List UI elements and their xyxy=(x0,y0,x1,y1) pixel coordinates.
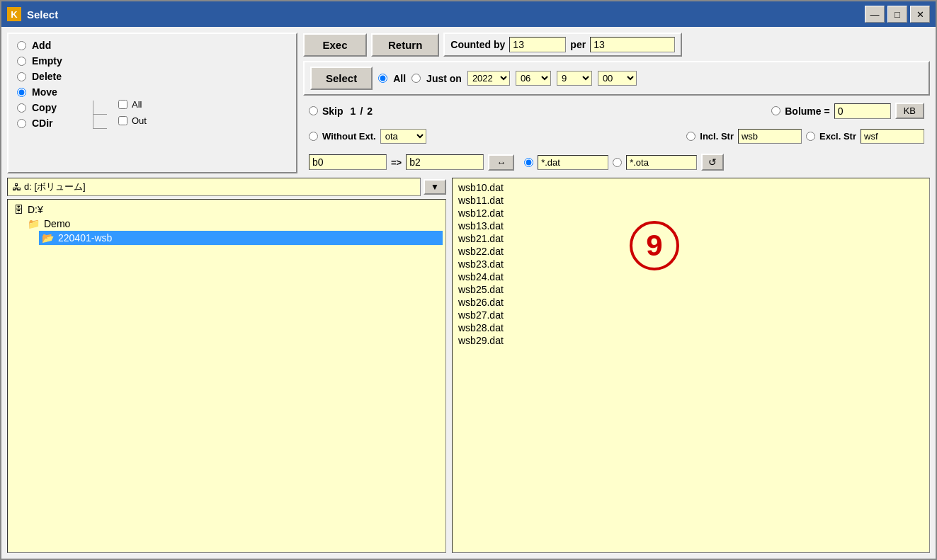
label-move: Move xyxy=(32,86,81,98)
drive-icon: 🖧 xyxy=(12,182,21,193)
counted-by-input[interactable] xyxy=(509,37,566,52)
folder-item-220401[interactable]: 📂 220401-wsb xyxy=(39,231,443,245)
title-bar: K Select — □ ✕ xyxy=(1,1,936,27)
close-button[interactable]: ✕ xyxy=(910,6,930,23)
bolume-input[interactable] xyxy=(834,103,891,119)
radio-incl-str[interactable] xyxy=(686,132,695,141)
ext-str-row: Without Ext. ota Incl. Str Excl. Str xyxy=(303,126,930,147)
radio-filter2[interactable] xyxy=(613,158,622,167)
file-item[interactable]: wsb23.dat xyxy=(458,258,924,270)
label-all: All xyxy=(132,99,142,110)
radio-copy-row: Copy xyxy=(17,102,81,113)
radio-add[interactable] xyxy=(17,41,26,50)
title-bar-controls: — □ ✕ xyxy=(865,6,930,23)
file-item[interactable]: wsb13.dat xyxy=(458,219,924,232)
path-from-input[interactable] xyxy=(309,154,387,170)
radio-delete[interactable] xyxy=(17,72,26,81)
file-item[interactable]: wsb12.dat xyxy=(458,207,924,219)
select-row: Select All Just on 2022 06 9 00 xyxy=(303,61,930,96)
per-input[interactable] xyxy=(590,37,675,52)
incl-str-input[interactable] xyxy=(738,129,802,144)
file-item[interactable]: wsb21.dat xyxy=(458,232,924,245)
radio-empty[interactable] xyxy=(17,57,26,66)
checkbox-out[interactable] xyxy=(118,116,127,125)
drive-dropdown-btn[interactable]: ▼ xyxy=(424,179,446,195)
radio-options: Add Empty Delete Move xyxy=(17,40,81,129)
skip-label: Skip xyxy=(322,105,343,117)
file-item[interactable]: wsb29.dat xyxy=(458,334,924,347)
filter1-input[interactable] xyxy=(538,155,608,170)
checkbox-all-row: All xyxy=(118,99,147,110)
radio-copy[interactable] xyxy=(17,103,26,113)
hour-dropdown[interactable]: 00 xyxy=(598,71,637,86)
radio-cdir-row: CDir xyxy=(17,118,81,129)
radio-excl-str[interactable] xyxy=(806,132,815,141)
select-button[interactable]: Select xyxy=(310,67,373,90)
filter2-input[interactable] xyxy=(626,155,697,170)
file-item[interactable]: wsb25.dat xyxy=(458,283,924,296)
path-to-input[interactable] xyxy=(406,154,484,170)
month-dropdown[interactable]: 06 xyxy=(516,71,551,86)
counted-group: Counted by per xyxy=(443,33,682,57)
radio-bolume[interactable] xyxy=(771,106,780,115)
top-controls-row: Exec Return Counted by per xyxy=(303,33,930,57)
file-item[interactable]: wsb22.dat xyxy=(458,245,924,258)
return-button[interactable]: Return xyxy=(371,33,439,57)
folder-panel: 🖧 d: [ボリューム] ▼ 🗄 D:¥ 📁 Demo xyxy=(7,178,446,553)
excl-str-input[interactable] xyxy=(861,129,924,144)
refresh-button[interactable]: ↺ xyxy=(701,154,724,171)
left-panel: Add Empty Delete Move xyxy=(7,33,297,173)
minimize-button[interactable]: — xyxy=(865,6,885,23)
day-dropdown[interactable]: 9 xyxy=(557,71,592,86)
radio-cdir[interactable] xyxy=(17,119,26,128)
folder-item-root[interactable]: 🗄 D:¥ xyxy=(11,202,443,217)
radio-delete-row: Delete xyxy=(17,71,81,82)
incl-str-label: Incl. Str xyxy=(700,131,734,142)
checkbox-all[interactable] xyxy=(118,100,127,109)
folder-item-demo[interactable]: 📁 Demo xyxy=(25,217,443,231)
connector-copy xyxy=(93,101,107,115)
ota-dropdown[interactable]: ota xyxy=(380,129,426,144)
file-item[interactable]: wsb11.dat xyxy=(458,194,924,207)
file-panel[interactable]: wsb10.dat wsb11.dat wsb12.dat wsb13.dat … xyxy=(452,178,930,553)
file-item[interactable]: wsb27.dat xyxy=(458,309,924,321)
label-copy: Copy xyxy=(32,102,81,113)
checkbox-group: All Out xyxy=(118,40,147,126)
main-window: K Select — □ ✕ Add xyxy=(0,0,937,560)
all-label: All xyxy=(393,73,406,84)
radio-move[interactable] xyxy=(17,88,26,97)
radio-without-ext[interactable] xyxy=(309,132,318,141)
right-panel: Exec Return Counted by per Select All xyxy=(303,33,930,173)
just-on-label: Just on xyxy=(426,73,462,84)
without-ext-label: Without Ext. xyxy=(322,131,376,142)
file-item[interactable]: wsb26.dat xyxy=(458,296,924,309)
folder-icon-root: 🗄 xyxy=(13,204,23,215)
radio-skip[interactable] xyxy=(309,106,318,115)
file-item[interactable]: wsb10.dat xyxy=(458,181,924,194)
year-dropdown[interactable]: 2022 xyxy=(467,71,510,86)
per-label: per xyxy=(570,39,586,50)
radio-add-row: Add xyxy=(17,40,81,51)
folder-label-demo: Demo xyxy=(44,218,70,229)
radio-all-mode[interactable] xyxy=(378,74,387,83)
excl-str-label: Excl. Str xyxy=(819,131,856,142)
checkbox-out-row: Out xyxy=(118,115,147,126)
folder-icon-220401: 📂 xyxy=(42,232,54,244)
folder-label-220401: 220401-wsb xyxy=(58,232,112,244)
radio-juston-mode[interactable] xyxy=(411,74,421,83)
bottom-section: 🖧 d: [ボリューム] ▼ 🗄 D:¥ 📁 Demo xyxy=(7,178,930,553)
file-item[interactable]: wsb28.dat xyxy=(458,321,924,334)
label-out: Out xyxy=(132,115,147,126)
file-item[interactable]: wsb24.dat xyxy=(458,270,924,283)
exec-button[interactable]: Exec xyxy=(303,33,367,57)
maximize-button[interactable]: □ xyxy=(887,6,907,23)
radio-move-row: Move xyxy=(17,86,81,98)
swap-button[interactable]: ↔ xyxy=(488,154,514,171)
drive-selector: 🖧 d: [ボリューム] ▼ xyxy=(7,178,446,196)
skip-row: Skip 1 / 2 Bolume = KB xyxy=(303,100,930,122)
kb-button[interactable]: KB xyxy=(895,103,924,119)
skip-val1: 1 xyxy=(351,105,356,117)
radio-filter1[interactable] xyxy=(524,158,533,167)
folder-list[interactable]: 🗄 D:¥ 📁 Demo 📂 220401-wsb xyxy=(7,199,446,553)
drive-display: 🖧 d: [ボリューム] xyxy=(7,178,421,196)
